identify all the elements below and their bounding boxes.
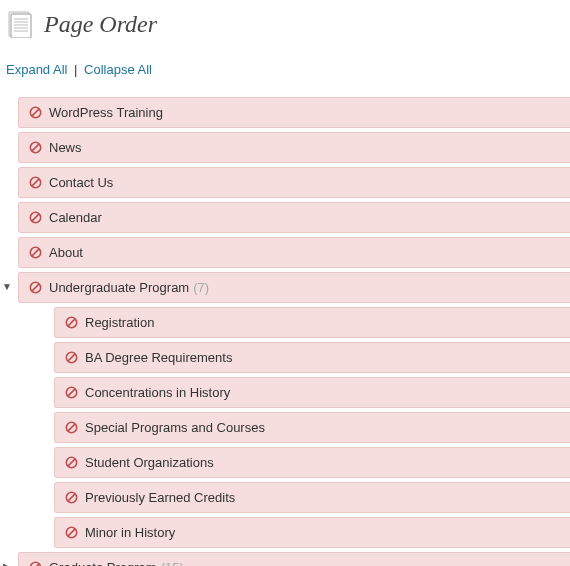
no-entry-icon	[29, 211, 42, 224]
page-label: BA Degree Requirements	[85, 350, 232, 365]
svg-line-18	[32, 284, 39, 291]
page-row[interactable]: Previously Earned Credits	[54, 482, 570, 513]
disclosure-open-icon[interactable]: ▼	[0, 279, 14, 293]
page-label: Undergraduate Program	[49, 280, 189, 295]
page-order-icon	[6, 10, 34, 38]
svg-rect-1	[11, 14, 31, 38]
page-label: About	[49, 245, 83, 260]
page-row[interactable]: Student Organizations	[54, 447, 570, 478]
page-row[interactable]: BA Degree Requirements	[54, 342, 570, 373]
page-label: Registration	[85, 315, 154, 330]
page-item: Minor in History	[54, 517, 570, 548]
no-entry-icon	[29, 176, 42, 189]
svg-line-8	[32, 109, 39, 116]
svg-line-14	[32, 214, 39, 221]
no-entry-icon	[65, 386, 78, 399]
tree-controls: Expand All | Collapse All	[0, 44, 570, 87]
svg-line-22	[68, 354, 75, 361]
svg-line-20	[68, 319, 75, 326]
page-row[interactable]: Contact Us	[18, 167, 570, 198]
collapse-all-link[interactable]: Collapse All	[84, 62, 152, 77]
page-row[interactable]: Calendar	[18, 202, 570, 233]
page-row[interactable]: News	[18, 132, 570, 163]
no-entry-icon	[29, 106, 42, 119]
page-label: Graduate Program	[49, 560, 157, 566]
page-item: ▶Graduate Program(15)	[18, 552, 570, 566]
svg-line-26	[68, 424, 75, 431]
page-header: Page Order	[0, 0, 570, 44]
svg-line-12	[32, 179, 39, 186]
svg-line-28	[68, 459, 75, 466]
svg-line-10	[32, 144, 39, 151]
no-entry-icon	[65, 316, 78, 329]
page-row[interactable]: Registration	[54, 307, 570, 338]
disclosure-closed-icon[interactable]: ▶	[0, 559, 14, 566]
no-entry-icon	[65, 351, 78, 364]
page-row[interactable]: Concentrations in History	[54, 377, 570, 408]
page-row[interactable]: WordPress Training	[18, 97, 570, 128]
page-item: BA Degree Requirements	[54, 342, 570, 373]
separator: |	[71, 62, 80, 77]
page-item: Contact Us	[18, 167, 570, 198]
page-item: Previously Earned Credits	[54, 482, 570, 513]
page-label: News	[49, 140, 82, 155]
page-item: Special Programs and Courses	[54, 412, 570, 443]
no-entry-icon	[65, 491, 78, 504]
svg-line-24	[68, 389, 75, 396]
child-list: RegistrationBA Degree RequirementsConcen…	[18, 307, 570, 548]
page-item: News	[18, 132, 570, 163]
page-row[interactable]: Special Programs and Courses	[54, 412, 570, 443]
page-tree: WordPress TrainingNewsContact UsCalendar…	[0, 87, 570, 566]
child-count: (7)	[193, 280, 209, 295]
no-entry-icon	[65, 421, 78, 434]
page-label: WordPress Training	[49, 105, 163, 120]
page-item: ▼Undergraduate Program(7)RegistrationBA …	[18, 272, 570, 548]
page-row[interactable]: Undergraduate Program(7)	[18, 272, 570, 303]
expand-all-link[interactable]: Expand All	[6, 62, 67, 77]
page-item: WordPress Training	[18, 97, 570, 128]
no-entry-icon	[65, 456, 78, 469]
svg-point-33	[30, 562, 40, 566]
page-item: Registration	[54, 307, 570, 338]
page-row[interactable]: Graduate Program(15)	[18, 552, 570, 566]
page-label: Student Organizations	[85, 455, 214, 470]
page-label: Previously Earned Credits	[85, 490, 235, 505]
no-entry-icon	[65, 526, 78, 539]
no-entry-icon	[29, 281, 42, 294]
no-entry-icon	[29, 246, 42, 259]
page-item: Student Organizations	[54, 447, 570, 478]
page-item: Concentrations in History	[54, 377, 570, 408]
child-count: (15)	[161, 560, 184, 566]
svg-line-16	[32, 249, 39, 256]
page-row[interactable]: About	[18, 237, 570, 268]
page-item: About	[18, 237, 570, 268]
svg-line-32	[68, 529, 75, 536]
page-label: Contact Us	[49, 175, 113, 190]
page-item: Calendar	[18, 202, 570, 233]
page-row[interactable]: Minor in History	[54, 517, 570, 548]
page-label: Concentrations in History	[85, 385, 230, 400]
page-label: Minor in History	[85, 525, 175, 540]
no-entry-icon	[29, 561, 42, 566]
page-label: Calendar	[49, 210, 102, 225]
no-entry-icon	[29, 141, 42, 154]
page-label: Special Programs and Courses	[85, 420, 265, 435]
page-title: Page Order	[44, 11, 157, 38]
svg-line-30	[68, 494, 75, 501]
